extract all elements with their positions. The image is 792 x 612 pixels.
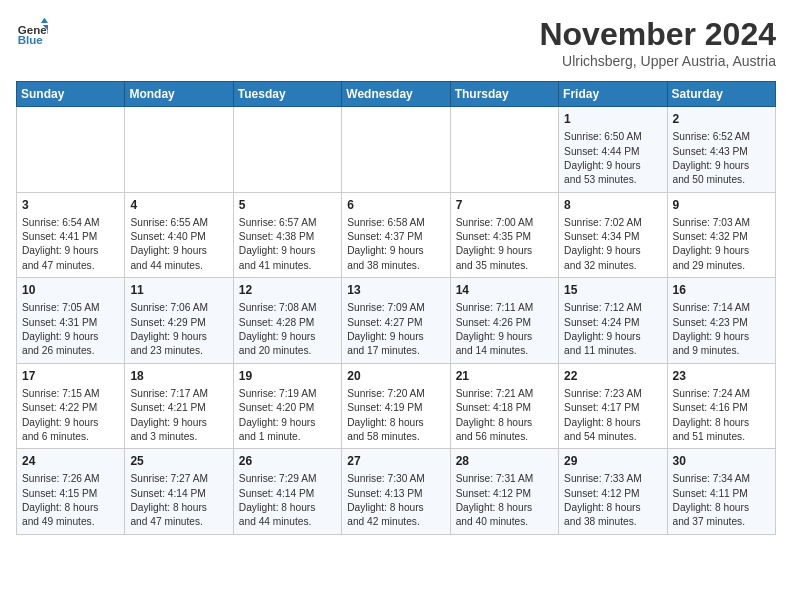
day-number: 3 — [22, 197, 119, 214]
calendar-day-cell: 3Sunrise: 6:54 AM Sunset: 4:41 PM Daylig… — [17, 192, 125, 278]
day-number: 18 — [130, 368, 227, 385]
day-info: Sunrise: 7:11 AM Sunset: 4:26 PM Dayligh… — [456, 301, 553, 358]
logo-icon: General Blue — [16, 16, 48, 48]
calendar-day-cell: 1Sunrise: 6:50 AM Sunset: 4:44 PM Daylig… — [559, 107, 667, 193]
day-info: Sunrise: 7:06 AM Sunset: 4:29 PM Dayligh… — [130, 301, 227, 358]
day-info: Sunrise: 7:34 AM Sunset: 4:11 PM Dayligh… — [673, 472, 770, 529]
day-info: Sunrise: 7:29 AM Sunset: 4:14 PM Dayligh… — [239, 472, 336, 529]
day-info: Sunrise: 6:57 AM Sunset: 4:38 PM Dayligh… — [239, 216, 336, 273]
day-number: 4 — [130, 197, 227, 214]
calendar-day-cell: 10Sunrise: 7:05 AM Sunset: 4:31 PM Dayli… — [17, 278, 125, 364]
weekday-header-cell: Friday — [559, 82, 667, 107]
day-number: 9 — [673, 197, 770, 214]
calendar-day-cell — [17, 107, 125, 193]
calendar-week-row: 1Sunrise: 6:50 AM Sunset: 4:44 PM Daylig… — [17, 107, 776, 193]
day-number: 10 — [22, 282, 119, 299]
calendar-day-cell: 20Sunrise: 7:20 AM Sunset: 4:19 PM Dayli… — [342, 363, 450, 449]
weekday-header-cell: Tuesday — [233, 82, 341, 107]
calendar-body: 1Sunrise: 6:50 AM Sunset: 4:44 PM Daylig… — [17, 107, 776, 535]
calendar-week-row: 17Sunrise: 7:15 AM Sunset: 4:22 PM Dayli… — [17, 363, 776, 449]
day-info: Sunrise: 7:33 AM Sunset: 4:12 PM Dayligh… — [564, 472, 661, 529]
calendar-day-cell: 4Sunrise: 6:55 AM Sunset: 4:40 PM Daylig… — [125, 192, 233, 278]
title-block: November 2024 Ulrichsberg, Upper Austria… — [539, 16, 776, 69]
calendar-day-cell: 12Sunrise: 7:08 AM Sunset: 4:28 PM Dayli… — [233, 278, 341, 364]
day-number: 13 — [347, 282, 444, 299]
day-number: 15 — [564, 282, 661, 299]
logo: General Blue — [16, 16, 48, 48]
day-info: Sunrise: 7:24 AM Sunset: 4:16 PM Dayligh… — [673, 387, 770, 444]
calendar-day-cell — [342, 107, 450, 193]
calendar-day-cell — [450, 107, 558, 193]
day-info: Sunrise: 6:55 AM Sunset: 4:40 PM Dayligh… — [130, 216, 227, 273]
day-number: 26 — [239, 453, 336, 470]
calendar-day-cell — [233, 107, 341, 193]
day-info: Sunrise: 6:50 AM Sunset: 4:44 PM Dayligh… — [564, 130, 661, 187]
day-number: 14 — [456, 282, 553, 299]
day-number: 23 — [673, 368, 770, 385]
day-info: Sunrise: 7:30 AM Sunset: 4:13 PM Dayligh… — [347, 472, 444, 529]
weekday-header-cell: Sunday — [17, 82, 125, 107]
calendar-day-cell: 9Sunrise: 7:03 AM Sunset: 4:32 PM Daylig… — [667, 192, 775, 278]
calendar-day-cell: 16Sunrise: 7:14 AM Sunset: 4:23 PM Dayli… — [667, 278, 775, 364]
calendar-day-cell — [125, 107, 233, 193]
day-info: Sunrise: 7:23 AM Sunset: 4:17 PM Dayligh… — [564, 387, 661, 444]
day-info: Sunrise: 7:26 AM Sunset: 4:15 PM Dayligh… — [22, 472, 119, 529]
weekday-header-cell: Saturday — [667, 82, 775, 107]
day-info: Sunrise: 7:27 AM Sunset: 4:14 PM Dayligh… — [130, 472, 227, 529]
calendar-day-cell: 5Sunrise: 6:57 AM Sunset: 4:38 PM Daylig… — [233, 192, 341, 278]
day-number: 28 — [456, 453, 553, 470]
day-info: Sunrise: 7:00 AM Sunset: 4:35 PM Dayligh… — [456, 216, 553, 273]
calendar-day-cell: 24Sunrise: 7:26 AM Sunset: 4:15 PM Dayli… — [17, 449, 125, 535]
calendar-day-cell: 29Sunrise: 7:33 AM Sunset: 4:12 PM Dayli… — [559, 449, 667, 535]
day-number: 1 — [564, 111, 661, 128]
day-number: 19 — [239, 368, 336, 385]
day-number: 30 — [673, 453, 770, 470]
day-number: 2 — [673, 111, 770, 128]
svg-text:Blue: Blue — [18, 34, 44, 46]
location: Ulrichsberg, Upper Austria, Austria — [539, 53, 776, 69]
day-info: Sunrise: 7:02 AM Sunset: 4:34 PM Dayligh… — [564, 216, 661, 273]
weekday-header-row: SundayMondayTuesdayWednesdayThursdayFrid… — [17, 82, 776, 107]
calendar-day-cell: 2Sunrise: 6:52 AM Sunset: 4:43 PM Daylig… — [667, 107, 775, 193]
day-info: Sunrise: 7:31 AM Sunset: 4:12 PM Dayligh… — [456, 472, 553, 529]
calendar-day-cell: 6Sunrise: 6:58 AM Sunset: 4:37 PM Daylig… — [342, 192, 450, 278]
calendar-day-cell: 30Sunrise: 7:34 AM Sunset: 4:11 PM Dayli… — [667, 449, 775, 535]
day-number: 12 — [239, 282, 336, 299]
day-number: 8 — [564, 197, 661, 214]
calendar-day-cell: 19Sunrise: 7:19 AM Sunset: 4:20 PM Dayli… — [233, 363, 341, 449]
calendar-day-cell: 18Sunrise: 7:17 AM Sunset: 4:21 PM Dayli… — [125, 363, 233, 449]
calendar-week-row: 3Sunrise: 6:54 AM Sunset: 4:41 PM Daylig… — [17, 192, 776, 278]
day-info: Sunrise: 7:15 AM Sunset: 4:22 PM Dayligh… — [22, 387, 119, 444]
day-info: Sunrise: 7:21 AM Sunset: 4:18 PM Dayligh… — [456, 387, 553, 444]
calendar-day-cell: 7Sunrise: 7:00 AM Sunset: 4:35 PM Daylig… — [450, 192, 558, 278]
day-info: Sunrise: 7:12 AM Sunset: 4:24 PM Dayligh… — [564, 301, 661, 358]
page-header: General Blue November 2024 Ulrichsberg, … — [16, 16, 776, 69]
calendar-day-cell: 26Sunrise: 7:29 AM Sunset: 4:14 PM Dayli… — [233, 449, 341, 535]
day-number: 16 — [673, 282, 770, 299]
day-info: Sunrise: 7:17 AM Sunset: 4:21 PM Dayligh… — [130, 387, 227, 444]
day-number: 29 — [564, 453, 661, 470]
day-number: 25 — [130, 453, 227, 470]
calendar-day-cell: 28Sunrise: 7:31 AM Sunset: 4:12 PM Dayli… — [450, 449, 558, 535]
day-info: Sunrise: 7:20 AM Sunset: 4:19 PM Dayligh… — [347, 387, 444, 444]
day-info: Sunrise: 6:58 AM Sunset: 4:37 PM Dayligh… — [347, 216, 444, 273]
day-info: Sunrise: 7:14 AM Sunset: 4:23 PM Dayligh… — [673, 301, 770, 358]
day-info: Sunrise: 7:05 AM Sunset: 4:31 PM Dayligh… — [22, 301, 119, 358]
calendar-day-cell: 22Sunrise: 7:23 AM Sunset: 4:17 PM Dayli… — [559, 363, 667, 449]
day-number: 6 — [347, 197, 444, 214]
weekday-header-cell: Monday — [125, 82, 233, 107]
day-number: 11 — [130, 282, 227, 299]
weekday-header-cell: Thursday — [450, 82, 558, 107]
calendar-day-cell: 13Sunrise: 7:09 AM Sunset: 4:27 PM Dayli… — [342, 278, 450, 364]
day-info: Sunrise: 7:03 AM Sunset: 4:32 PM Dayligh… — [673, 216, 770, 273]
day-info: Sunrise: 6:52 AM Sunset: 4:43 PM Dayligh… — [673, 130, 770, 187]
calendar-day-cell: 15Sunrise: 7:12 AM Sunset: 4:24 PM Dayli… — [559, 278, 667, 364]
day-info: Sunrise: 7:08 AM Sunset: 4:28 PM Dayligh… — [239, 301, 336, 358]
calendar-day-cell: 21Sunrise: 7:21 AM Sunset: 4:18 PM Dayli… — [450, 363, 558, 449]
day-info: Sunrise: 7:09 AM Sunset: 4:27 PM Dayligh… — [347, 301, 444, 358]
calendar-day-cell: 11Sunrise: 7:06 AM Sunset: 4:29 PM Dayli… — [125, 278, 233, 364]
day-number: 24 — [22, 453, 119, 470]
weekday-header-cell: Wednesday — [342, 82, 450, 107]
day-info: Sunrise: 7:19 AM Sunset: 4:20 PM Dayligh… — [239, 387, 336, 444]
calendar-day-cell: 23Sunrise: 7:24 AM Sunset: 4:16 PM Dayli… — [667, 363, 775, 449]
